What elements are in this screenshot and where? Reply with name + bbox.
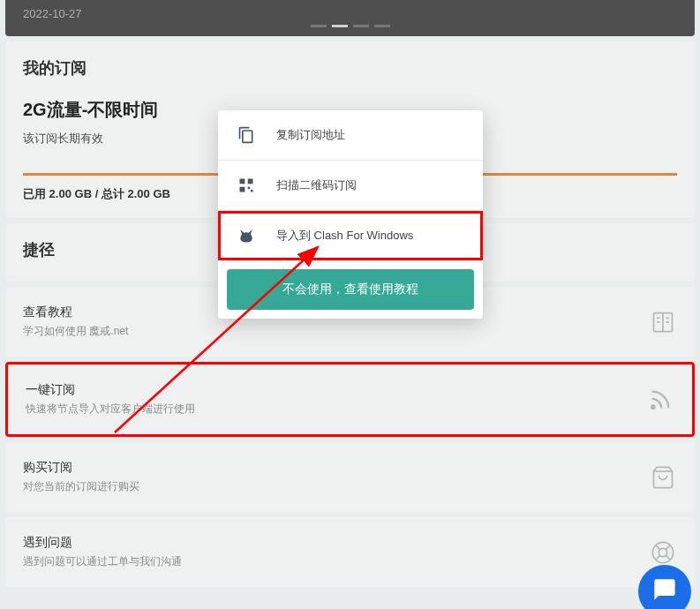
modal-item-label: 复制订阅地址 [276, 127, 345, 143]
copy-icon [237, 126, 255, 144]
svg-rect-15 [248, 179, 253, 184]
book-icon [649, 308, 677, 336]
carousel-dot[interactable] [353, 25, 369, 27]
banner-date: 2022-10-27 [23, 7, 82, 20]
shortcut-title: 遇到问题 [23, 535, 649, 551]
svg-point-6 [651, 405, 655, 409]
svg-line-10 [656, 545, 660, 549]
subscribe-modal: 复制订阅地址 扫描二维码订阅 导入到 Clash For Windows 不会使… [218, 110, 483, 319]
shortcut-sub: 遇到问题可以通过工单与我们沟通 [23, 554, 649, 569]
modal-tutorial-button[interactable]: 不会使用，查看使用教程 [227, 269, 474, 310]
shortcut-item-one-click-subscribe[interactable]: 一键订阅 快速将节点导入对应客户端进行使用 [5, 362, 695, 437]
button-label: 不会使用，查看使用教程 [282, 282, 418, 296]
modal-item-label: 导入到 Clash For Windows [276, 228, 413, 244]
svg-line-12 [666, 545, 670, 549]
modal-item-label: 扫描二维码订阅 [276, 177, 357, 193]
svg-rect-17 [248, 187, 251, 190]
clash-cat-icon [237, 227, 255, 244]
shortcut-title: 一键订阅 [26, 382, 646, 398]
carousel-indicators [311, 25, 390, 27]
shortcut-sub: 学习如何使用 魔戒.net [23, 324, 649, 339]
rss-icon [646, 386, 674, 414]
shortcut-sub: 快速将节点导入对应客户端进行使用 [26, 402, 646, 417]
modal-item-qrcode[interactable]: 扫描二维码订阅 [218, 161, 483, 211]
modal-item-import-clash[interactable]: 导入到 Clash For Windows [218, 211, 483, 260]
svg-rect-18 [251, 190, 253, 192]
shopping-bag-icon [649, 463, 677, 492]
shortcut-item-purchase[interactable]: 购买订阅 对您当前的订阅进行购买 [5, 442, 695, 512]
qrcode-icon [237, 177, 255, 194]
chat-icon [652, 577, 677, 605]
svg-line-13 [656, 555, 660, 560]
svg-rect-14 [240, 179, 245, 184]
shortcut-item-support[interactable]: 遇到问题 遇到问题可以通过工单与我们沟通 [5, 517, 695, 587]
shortcut-text: 一键订阅 快速将节点导入对应客户端进行使用 [26, 382, 646, 417]
section-title: 我的订阅 [23, 57, 677, 79]
svg-point-9 [659, 548, 666, 556]
shortcut-text: 遇到问题 遇到问题可以通过工单与我们沟通 [23, 535, 649, 569]
modal-item-copy-url[interactable]: 复制订阅地址 [218, 110, 483, 161]
svg-rect-16 [240, 187, 245, 192]
carousel-dot[interactable] [332, 25, 348, 27]
carousel-dot[interactable] [311, 25, 327, 27]
shortcut-sub: 对您当前的订阅进行购买 [23, 479, 649, 494]
announcement-banner: 2022-10-27 [5, 0, 695, 36]
life-buoy-icon [649, 538, 677, 567]
svg-line-11 [666, 555, 670, 560]
carousel-dot[interactable] [374, 25, 390, 27]
shortcut-text: 购买订阅 对您当前的订阅进行购买 [23, 460, 649, 494]
shortcut-title: 购买订阅 [23, 460, 649, 476]
